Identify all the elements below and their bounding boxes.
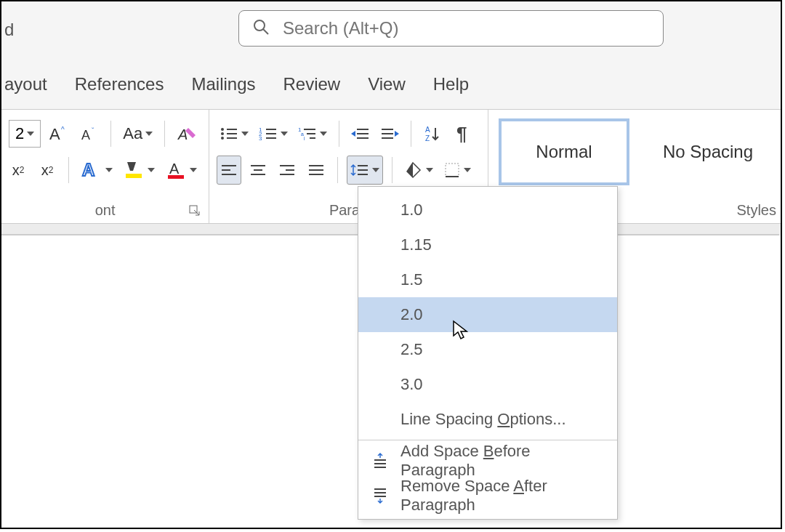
shading-button[interactable]	[401, 156, 436, 185]
separator	[411, 121, 411, 147]
svg-rect-38	[222, 165, 236, 166]
separator	[337, 157, 338, 183]
line-spacing-menu: 1.0 1.15 1.5 2.0 2.5 3.0 Line Spacing Op…	[358, 186, 618, 520]
line-spacing-1-5[interactable]: 1.5	[358, 262, 617, 297]
svg-rect-25	[304, 129, 315, 130]
align-left-button[interactable]	[217, 156, 241, 185]
search-icon	[252, 18, 270, 39]
svg-text:A: A	[82, 160, 94, 180]
svg-rect-23	[266, 137, 276, 139]
svg-text:Z: Z	[425, 134, 430, 142]
chevron-down-icon	[426, 168, 433, 172]
svg-rect-33	[382, 129, 393, 130]
svg-rect-32	[357, 137, 369, 139]
tab-mailings[interactable]: Mailings	[191, 74, 255, 94]
chevron-down-icon	[190, 168, 197, 172]
svg-text:A: A	[81, 128, 90, 142]
style-normal[interactable]: Normal	[499, 118, 629, 185]
svg-rect-56	[374, 463, 386, 464]
svg-rect-13	[227, 129, 237, 130]
svg-rect-51	[358, 169, 368, 171]
sort-button[interactable]: AZ	[420, 119, 445, 148]
remove-space-after-icon	[370, 485, 390, 506]
subscript-button[interactable]: x2	[6, 156, 31, 185]
svg-rect-48	[309, 169, 323, 171]
clear-formatting-button[interactable]: A	[174, 119, 201, 148]
chevron-down-icon	[27, 132, 34, 136]
svg-text:A: A	[49, 125, 60, 143]
change-case-button[interactable]: Aa	[120, 119, 156, 148]
svg-text:i: i	[304, 136, 305, 141]
svg-rect-53	[446, 164, 459, 177]
tab-layout[interactable]: ayout	[4, 74, 47, 94]
shrink-font-button[interactable]: Aˇ	[76, 119, 102, 148]
svg-point-0	[254, 20, 265, 31]
bullets-button[interactable]	[217, 119, 251, 148]
add-space-before[interactable]: Add Space Before Paragraph	[358, 443, 617, 478]
show-hide-marks-button[interactable]: ¶	[449, 119, 474, 148]
multilevel-list-button[interactable]: 1ai	[295, 119, 330, 148]
styles-group-label: Styles	[737, 202, 776, 219]
svg-line-1	[263, 29, 268, 34]
separator	[339, 121, 339, 147]
line-spacing-1-15[interactable]: 1.15	[358, 227, 617, 262]
svg-rect-55	[374, 459, 386, 461]
search-box[interactable]	[238, 10, 664, 47]
line-spacing-3-0[interactable]: 3.0	[358, 367, 617, 402]
highlight-button[interactable]	[120, 156, 158, 185]
chevron-down-icon	[320, 132, 327, 136]
line-spacing-2-5[interactable]: 2.5	[358, 332, 617, 367]
svg-point-12	[221, 128, 224, 131]
line-spacing-options[interactable]: Line Spacing Options...	[358, 402, 617, 437]
font-color-button[interactable]: A	[162, 156, 200, 185]
window-title-fragment: d	[1, 20, 14, 40]
svg-rect-45	[286, 169, 294, 171]
font-dialog-launcher[interactable]	[188, 204, 201, 217]
svg-rect-50	[358, 165, 368, 166]
svg-rect-40	[222, 174, 236, 175]
svg-rect-34	[382, 133, 393, 134]
svg-rect-46	[280, 174, 294, 175]
search-input[interactable]	[283, 18, 650, 39]
svg-text:A: A	[169, 161, 180, 177]
line-spacing-2-0[interactable]: 2.0	[358, 297, 617, 332]
ribbon-tabs: ayout References Mailings Review View He…	[1, 67, 469, 102]
svg-rect-27	[307, 133, 315, 134]
svg-rect-60	[374, 496, 386, 497]
numbering-button[interactable]: 123	[256, 119, 291, 148]
svg-rect-19	[266, 129, 276, 130]
svg-point-14	[221, 132, 224, 135]
svg-rect-10	[168, 175, 184, 179]
grow-font-button[interactable]: A^	[45, 119, 71, 148]
svg-text:A: A	[177, 126, 188, 142]
tab-references[interactable]: References	[75, 74, 164, 94]
align-right-button[interactable]	[275, 156, 299, 185]
svg-rect-39	[222, 169, 230, 171]
svg-rect-42	[254, 169, 262, 171]
remove-space-after[interactable]: Remove Space After Paragraph	[358, 478, 617, 513]
svg-rect-21	[266, 133, 276, 134]
superscript-button[interactable]: x2	[35, 156, 60, 185]
increase-indent-button[interactable]	[377, 119, 402, 148]
chevron-down-icon	[148, 168, 155, 172]
line-spacing-1-0[interactable]: 1.0	[358, 193, 617, 227]
decrease-indent-button[interactable]	[348, 119, 373, 148]
borders-button[interactable]	[440, 156, 474, 185]
tab-review[interactable]: Review	[283, 74, 340, 94]
separator	[392, 157, 392, 183]
line-spacing-button[interactable]	[347, 156, 383, 185]
svg-text:ˇ: ˇ	[92, 127, 94, 135]
font-size-combo[interactable]: 2	[9, 120, 41, 148]
text-effects-button[interactable]: A	[78, 156, 116, 185]
svg-text:3: 3	[259, 135, 262, 142]
align-center-button[interactable]	[246, 156, 270, 185]
svg-rect-47	[309, 165, 323, 166]
svg-rect-58	[374, 488, 386, 490]
style-no-spacing[interactable]: No Spacing	[643, 118, 773, 185]
justify-button[interactable]	[304, 156, 329, 185]
svg-rect-41	[251, 165, 265, 166]
chevron-down-icon	[105, 168, 113, 172]
svg-point-16	[221, 137, 224, 140]
tab-view[interactable]: View	[368, 74, 406, 94]
tab-help[interactable]: Help	[433, 74, 469, 94]
